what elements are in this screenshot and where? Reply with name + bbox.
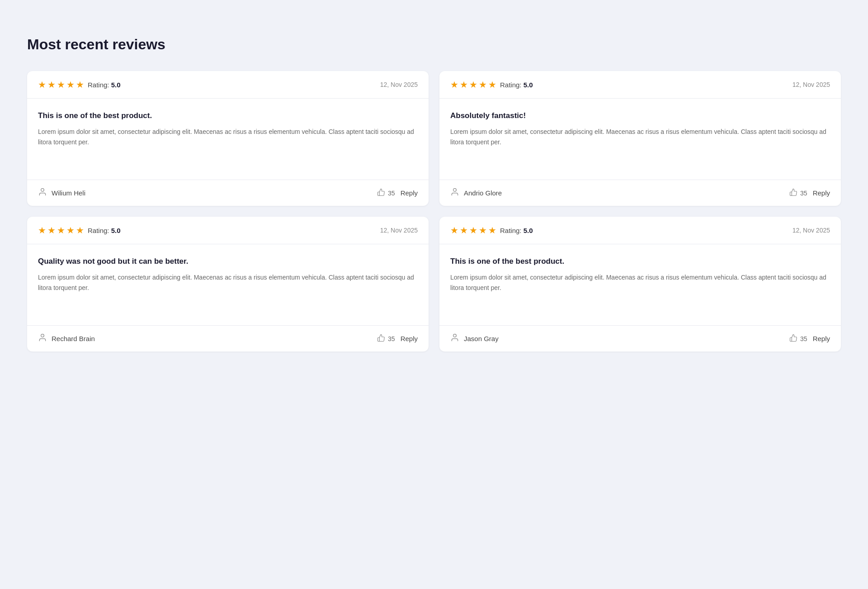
- star-icon: ★: [488, 79, 496, 90]
- star-icon: ★: [460, 79, 468, 90]
- reviewer-name: Jason Gray: [464, 335, 499, 342]
- like-count: 35: [800, 335, 807, 342]
- review-date: 12, Nov 2025: [793, 81, 830, 88]
- reviewer: Andrio Glore: [450, 187, 502, 199]
- review-text: Lorem ipsum dolor sit amet, consectetur …: [450, 272, 830, 293]
- star-icon: ★: [38, 225, 46, 236]
- thumbs-up-icon: [789, 334, 797, 344]
- like-section[interactable]: 35: [377, 334, 395, 344]
- reviewer-name: Wilium Heli: [52, 189, 85, 197]
- like-section[interactable]: 35: [789, 334, 807, 344]
- star-icon: ★: [47, 225, 56, 236]
- rating-value: 5.0: [111, 81, 121, 89]
- rating-section: ★★★★★ Rating: 5.0: [450, 79, 533, 90]
- reviewer: Rechard Brain: [38, 333, 95, 344]
- stars: ★★★★★: [450, 225, 496, 236]
- actions: 35 Reply: [789, 188, 830, 198]
- review-footer: Wilium Heli 35 Reply: [27, 180, 429, 206]
- reviews-grid: ★★★★★ Rating: 5.0 12, Nov 2025 This is o…: [27, 71, 841, 352]
- rating-value: 5.0: [111, 227, 121, 234]
- review-date: 12, Nov 2025: [380, 81, 418, 88]
- star-icon: ★: [469, 79, 477, 90]
- review-title: Quality was not good but it can be bette…: [38, 257, 418, 266]
- rating-section: ★★★★★ Rating: 5.0: [38, 225, 121, 236]
- like-count: 35: [388, 335, 395, 342]
- actions: 35 Reply: [377, 188, 418, 198]
- svg-point-1: [453, 189, 457, 192]
- review-date: 12, Nov 2025: [793, 227, 830, 234]
- review-body: This is one of the best product. Lorem i…: [27, 99, 429, 180]
- star-icon: ★: [66, 225, 75, 236]
- star-icon: ★: [479, 225, 487, 236]
- reviewer-name: Andrio Glore: [464, 189, 502, 197]
- star-icon: ★: [47, 79, 56, 90]
- user-icon: [38, 187, 47, 199]
- svg-point-3: [453, 334, 457, 337]
- star-icon: ★: [38, 79, 46, 90]
- star-icon: ★: [76, 79, 84, 90]
- star-icon: ★: [57, 79, 65, 90]
- reply-button[interactable]: Reply: [813, 335, 830, 342]
- review-card-3: ★★★★★ Rating: 5.0 12, Nov 2025 Quality w…: [27, 217, 429, 352]
- reply-button[interactable]: Reply: [401, 189, 418, 197]
- review-text: Lorem ipsum dolor sit amet, consectetur …: [450, 127, 830, 147]
- rating-label: Rating: 5.0: [500, 81, 533, 89]
- stars: ★★★★★: [38, 225, 84, 236]
- star-icon: ★: [57, 225, 65, 236]
- thumbs-up-icon: [377, 188, 385, 198]
- review-body: Absolutely fantastic! Lorem ipsum dolor …: [439, 99, 841, 180]
- like-section[interactable]: 35: [789, 188, 807, 198]
- like-count: 35: [800, 190, 807, 197]
- like-section[interactable]: 35: [377, 188, 395, 198]
- review-title: This is one of the best product.: [450, 257, 830, 266]
- review-card-1: ★★★★★ Rating: 5.0 12, Nov 2025 This is o…: [27, 71, 429, 206]
- rating-value: 5.0: [524, 227, 533, 234]
- svg-point-0: [41, 189, 44, 192]
- rating-value: 5.0: [524, 81, 533, 89]
- svg-point-2: [41, 334, 44, 337]
- review-header: ★★★★★ Rating: 5.0 12, Nov 2025: [27, 217, 429, 244]
- star-icon: ★: [76, 225, 84, 236]
- review-header: ★★★★★ Rating: 5.0 12, Nov 2025: [439, 71, 841, 99]
- star-icon: ★: [66, 79, 75, 90]
- reviewer-name: Rechard Brain: [52, 335, 95, 342]
- actions: 35 Reply: [377, 334, 418, 344]
- user-icon: [38, 333, 47, 344]
- like-count: 35: [388, 190, 395, 197]
- review-card-4: ★★★★★ Rating: 5.0 12, Nov 2025 This is o…: [439, 217, 841, 352]
- reply-button[interactable]: Reply: [813, 189, 830, 197]
- stars: ★★★★★: [450, 79, 496, 90]
- rating-section: ★★★★★ Rating: 5.0: [38, 79, 121, 90]
- review-footer: Andrio Glore 35 Reply: [439, 180, 841, 206]
- review-card-2: ★★★★★ Rating: 5.0 12, Nov 2025 Absolutel…: [439, 71, 841, 206]
- review-body: This is one of the best product. Lorem i…: [439, 244, 841, 326]
- star-icon: ★: [450, 225, 458, 236]
- review-text: Lorem ipsum dolor sit amet, consectetur …: [38, 127, 418, 147]
- thumbs-up-icon: [377, 334, 385, 344]
- review-title: Absolutely fantastic!: [450, 111, 830, 120]
- star-icon: ★: [479, 79, 487, 90]
- reviewer: Jason Gray: [450, 333, 499, 344]
- reply-button[interactable]: Reply: [401, 335, 418, 342]
- rating-label: Rating: 5.0: [88, 227, 121, 234]
- review-body: Quality was not good but it can be bette…: [27, 244, 429, 326]
- review-text: Lorem ipsum dolor sit amet, consectetur …: [38, 272, 418, 293]
- review-title: This is one of the best product.: [38, 111, 418, 120]
- reviewer: Wilium Heli: [38, 187, 85, 199]
- rating-section: ★★★★★ Rating: 5.0: [450, 225, 533, 236]
- star-icon: ★: [469, 225, 477, 236]
- review-header: ★★★★★ Rating: 5.0 12, Nov 2025: [27, 71, 429, 99]
- review-footer: Rechard Brain 35 Reply: [27, 326, 429, 352]
- rating-label: Rating: 5.0: [88, 81, 121, 89]
- review-date: 12, Nov 2025: [380, 227, 418, 234]
- review-header: ★★★★★ Rating: 5.0 12, Nov 2025: [439, 217, 841, 244]
- user-icon: [450, 187, 459, 199]
- review-footer: Jason Gray 35 Reply: [439, 326, 841, 352]
- stars: ★★★★★: [38, 79, 84, 90]
- user-icon: [450, 333, 459, 344]
- page-title: Most recent reviews: [27, 36, 841, 53]
- star-icon: ★: [460, 225, 468, 236]
- rating-label: Rating: 5.0: [500, 227, 533, 234]
- actions: 35 Reply: [789, 334, 830, 344]
- star-icon: ★: [488, 225, 496, 236]
